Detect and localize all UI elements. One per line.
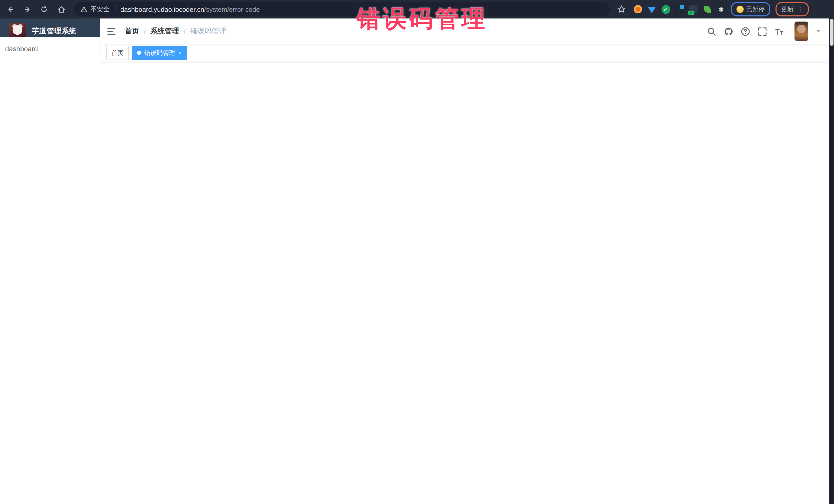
breadcrumb-home[interactable]: 首页 [125,27,139,36]
search-icon[interactable] [707,26,717,36]
browser-menu-icon[interactable]: ⋮ [797,6,803,12]
avatar-caret-icon[interactable] [815,28,822,35]
address-bar[interactable]: 不安全 dashboard.yudao.iocoder.cn/system/er… [74,2,610,17]
ext-green-check-icon[interactable]: ✓ [661,5,670,14]
bookmark-star-icon[interactable] [617,5,626,14]
ext-leaf-icon[interactable] [703,5,712,14]
address-divider [115,5,115,13]
scrollbar-thumb[interactable] [830,19,833,46]
breadcrumb-current: 错误码管理 [191,27,226,36]
cell-app-name: dashboard [100,62,834,504]
fullscreen-icon[interactable] [758,26,767,36]
browser-extensions: ✓ on ✱ [633,5,726,14]
top-navbar: 首页 / 系统管理 / 错误码管理 [100,19,834,44]
paused-label: 已暂停 [746,5,765,14]
browser-reload-icon[interactable] [38,3,51,16]
emoji-face-icon [737,6,744,13]
tags-bar: 首页 错误码管理 × [100,44,834,62]
tag-close-icon[interactable]: × [179,50,182,56]
app-title: 芋道管理系统 [32,27,76,36]
error-code-table: 编号类型应用名错误码编码错误码提示备注创建时间操作 3939 手动编辑 dash… [110,146,824,447]
github-icon[interactable] [724,26,733,36]
tag-首页[interactable]: 首页 [106,46,129,60]
page-scrollbar[interactable] [829,19,834,504]
hamburger-icon[interactable] [106,26,116,37]
ext-pin-icon[interactable]: ✱ [717,5,726,14]
browser-update-chip[interactable]: 更新 ⋮ [775,2,809,17]
ext-grid-icon[interactable] [675,5,684,14]
tag-错误码管理[interactable]: 错误码管理 × [132,46,187,60]
breadcrumb-system[interactable]: 系统管理 [150,27,179,36]
page-url: dashboard.yudao.iocoder.cn/system/error-… [120,5,260,13]
browser-chrome: 不安全 dashboard.yudao.iocoder.cn/system/er… [0,0,834,19]
navbar-actions [707,22,834,41]
update-label: 更新 [781,5,793,14]
font-size-icon[interactable] [774,26,784,36]
not-secure-icon [80,5,88,13]
security-label: 不安全 [90,5,110,14]
table-row: 3948 自动生成 dashboard 1001001005 CRON 表达式不… [110,422,824,447]
browser-back-icon[interactable] [4,3,17,16]
ext-orange-circle-icon[interactable] [633,5,642,14]
page-content: 错误码类型 请选择错误码类型 应用名 错误码编码 [100,62,834,504]
docs-icon[interactable] [741,26,750,36]
browser-forward-icon[interactable] [21,3,34,16]
ext-on-badge-icon[interactable]: on [689,5,698,14]
ext-blue-gem-icon[interactable] [647,5,656,14]
profile-paused-chip[interactable]: 已暂停 [731,2,770,17]
user-avatar[interactable] [794,22,808,41]
tag-dot-icon [137,51,141,55]
breadcrumb: 首页 / 系统管理 / 错误码管理 [125,27,226,36]
browser-home-icon[interactable] [54,3,68,16]
